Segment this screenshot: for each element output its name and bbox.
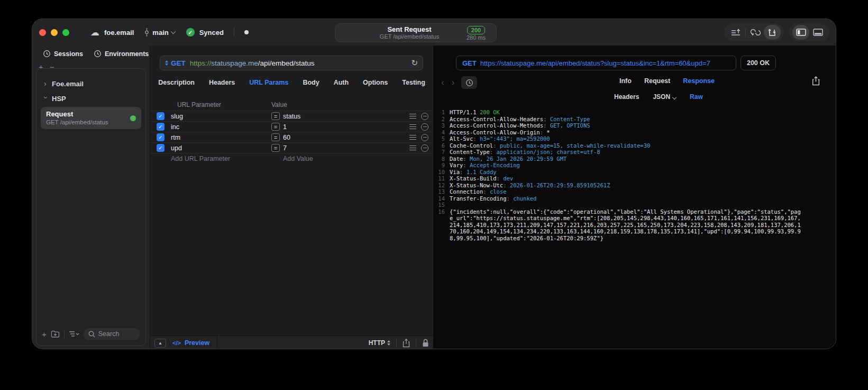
param-enabled-checkbox[interactable]: ✓ bbox=[157, 112, 165, 120]
response-body[interactable]: 1HTTP/1.1 200 OK2Access-Control-Allow-He… bbox=[433, 109, 825, 241]
drag-handle-icon[interactable] bbox=[409, 135, 416, 140]
param-enabled-checkbox[interactable]: ✓ bbox=[157, 133, 165, 141]
preview-button[interactable]: </> Preview bbox=[172, 339, 209, 347]
lock-icon bbox=[422, 339, 429, 347]
request-tab[interactable]: Auth bbox=[334, 79, 349, 86]
sync-pull-button[interactable] bbox=[747, 25, 764, 40]
drag-handle-icon[interactable] bbox=[409, 124, 416, 129]
send-request-icon[interactable]: ↻ bbox=[411, 58, 418, 68]
param-value-field[interactable]: 7 bbox=[283, 144, 409, 152]
commit-lines-icon bbox=[731, 29, 741, 37]
param-add-row: Add URL Parameter Add Value bbox=[150, 153, 433, 164]
drag-handle-icon[interactable] bbox=[409, 146, 416, 150]
param-name-field[interactable]: upd bbox=[171, 144, 271, 152]
request-item-title: Request bbox=[46, 110, 130, 119]
param-value-field[interactable]: 60 bbox=[283, 134, 409, 141]
param-name-field[interactable]: slug bbox=[171, 113, 271, 120]
back-button[interactable]: ‹ bbox=[438, 77, 447, 88]
panel-bottom-icon bbox=[813, 29, 823, 36]
minimize-window-button[interactable] bbox=[51, 29, 58, 36]
remove-param-button[interactable] bbox=[421, 123, 428, 131]
param-value-field[interactable]: status bbox=[283, 113, 409, 120]
param-name-field[interactable]: rtm bbox=[171, 134, 271, 141]
request-method[interactable]: GET bbox=[171, 59, 186, 67]
commit-changes-button[interactable] bbox=[727, 25, 744, 40]
footer-divider bbox=[396, 339, 397, 347]
sort-options-button[interactable] bbox=[69, 331, 79, 337]
subtab-json[interactable]: JSON bbox=[653, 93, 676, 101]
response-tab[interactable]: Info bbox=[619, 77, 632, 85]
add-param-name-field[interactable]: Add URL Parameter bbox=[171, 155, 271, 162]
param-row-actions bbox=[409, 113, 433, 120]
lock-button[interactable] bbox=[422, 339, 429, 347]
forward-button[interactable]: › bbox=[449, 77, 458, 88]
sidebar-tab-label: Environments bbox=[105, 50, 149, 58]
url-path[interactable]: /api/embed/status bbox=[258, 59, 315, 67]
sidebar-tabs: Sessions Environments bbox=[43, 50, 149, 58]
app-window: ☁ foe.email main ✓ Synced Sent Request G… bbox=[32, 19, 836, 349]
code-line: 6Cache-Control: public, max-age=15, stal… bbox=[433, 142, 825, 149]
close-window-button[interactable] bbox=[39, 29, 46, 36]
unsaved-indicator-dot bbox=[244, 30, 249, 34]
request-tab[interactable]: Testing bbox=[402, 79, 425, 86]
sidebar-tab[interactable]: Environments bbox=[94, 50, 149, 58]
remove-param-button[interactable] bbox=[421, 144, 428, 152]
history-button[interactable] bbox=[461, 76, 477, 89]
request-list-item-selected[interactable]: Request GET /api/embed/status bbox=[41, 107, 141, 129]
sent-request-status: 200 280 ms bbox=[459, 25, 496, 41]
export-response-button[interactable] bbox=[812, 76, 820, 86]
response-tab[interactable]: Response bbox=[683, 77, 715, 85]
toggle-bottom-panel-button[interactable] bbox=[809, 25, 826, 40]
add-param-value-field[interactable]: Add Value bbox=[283, 155, 433, 162]
param-enabled-checkbox[interactable]: ✓ bbox=[157, 123, 165, 131]
url-scheme[interactable]: https:// bbox=[190, 59, 212, 67]
request-tab[interactable]: Description bbox=[158, 79, 195, 86]
project-status-group: ☁ foe.email main ✓ Synced bbox=[90, 19, 249, 46]
code-tag-icon: </> bbox=[172, 340, 181, 346]
request-tab[interactable]: Options bbox=[363, 79, 388, 86]
sent-request-title: Sent Request bbox=[360, 25, 459, 33]
share-icon bbox=[812, 76, 820, 86]
response-tab[interactable]: Request bbox=[644, 77, 670, 85]
param-value-field[interactable]: 1 bbox=[283, 123, 409, 131]
share-button[interactable] bbox=[403, 339, 410, 348]
protocol-label: HTTP bbox=[369, 339, 385, 347]
sidebar-tab[interactable]: Sessions bbox=[43, 50, 83, 58]
remove-param-button[interactable] bbox=[421, 113, 428, 120]
request-tab[interactable]: Body bbox=[303, 79, 319, 86]
param-name-field[interactable]: inc bbox=[171, 123, 271, 131]
search-input[interactable]: Search bbox=[84, 328, 140, 340]
tree-item-hsp[interactable]: › HSP bbox=[41, 91, 141, 106]
request-success-dot bbox=[130, 115, 136, 121]
response-tabs: Info Request Response bbox=[619, 77, 715, 85]
subtab-raw[interactable]: Raw bbox=[690, 93, 703, 101]
request-duration: 280 ms bbox=[459, 34, 493, 41]
new-folder-button[interactable] bbox=[51, 330, 60, 338]
drag-handle-icon[interactable] bbox=[409, 114, 416, 119]
protocol-selector[interactable]: HTTP bbox=[369, 339, 390, 347]
branch-selector[interactable]: main bbox=[144, 28, 175, 37]
request-tab[interactable]: URL Params bbox=[249, 79, 288, 86]
param-enabled-checkbox[interactable]: ✓ bbox=[157, 144, 165, 152]
column-header-name: URL Parameter bbox=[177, 101, 221, 108]
zoom-window-button[interactable] bbox=[62, 29, 69, 36]
subtab-headers[interactable]: Headers bbox=[614, 93, 639, 101]
collapse-panel-button[interactable]: ▲ bbox=[154, 339, 166, 348]
import-export-button[interactable] bbox=[764, 25, 781, 40]
sent-request-status-pill[interactable]: Sent Request GET /api/embed/status 200 2… bbox=[335, 23, 497, 42]
sessions-panel: › Foe.email › HSP Request GET /api/embed… bbox=[36, 68, 146, 346]
remove-param-button[interactable] bbox=[421, 134, 428, 141]
url-host[interactable]: statuspage.me bbox=[211, 59, 258, 67]
tree-item-foe-email[interactable]: › Foe.email bbox=[41, 76, 141, 91]
code-line: 8Date: Mon, 26 Jan 2026 20:29:59 GMT bbox=[433, 156, 825, 162]
sent-request-url-box[interactable]: GET https://statuspage.me/api/embed/stat… bbox=[456, 56, 736, 70]
param-row: ✓ upd = 7 bbox=[150, 142, 433, 153]
footer-divider bbox=[416, 339, 416, 347]
code-line: 11X-Status-Build: dev bbox=[433, 175, 825, 182]
project-name[interactable]: foe.email bbox=[104, 29, 134, 37]
request-tab[interactable]: Headers bbox=[209, 79, 235, 86]
method-stepper-icon[interactable] bbox=[165, 60, 168, 66]
new-request-button[interactable]: + bbox=[42, 330, 47, 339]
request-url-bar[interactable]: GET https://statuspage.me/api/embed/stat… bbox=[160, 56, 423, 70]
toggle-left-sidebar-button[interactable] bbox=[792, 25, 809, 40]
